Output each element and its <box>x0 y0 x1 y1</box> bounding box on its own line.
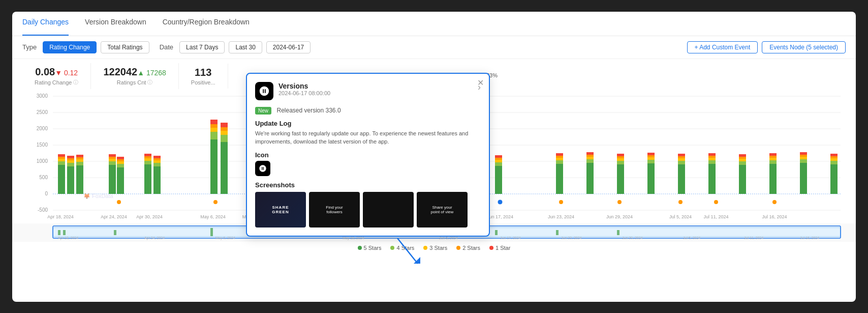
metric-label-cnt: Ratings Cnt ⓘ <box>117 79 152 86</box>
svg-rect-101 <box>556 164 563 194</box>
tab-version-breakdown[interactable]: Version Breakdown <box>85 12 146 36</box>
svg-rect-119 <box>647 155 655 157</box>
popup-screenshots-title: Screenshots <box>255 181 481 189</box>
svg-rect-140 <box>769 153 777 156</box>
svg-text:Apr 24, 2024: Apr 24, 2024 <box>144 236 165 240</box>
svg-rect-47 <box>153 163 161 166</box>
svg-rect-32 <box>109 161 116 165</box>
svg-point-168 <box>213 200 218 204</box>
tab-country-region[interactable]: Country/Region Breakdown <box>163 12 250 36</box>
svg-rect-120 <box>647 153 655 155</box>
svg-text:Jun 17, 2024: Jun 17, 2024 <box>487 214 513 219</box>
svg-rect-118 <box>647 157 655 160</box>
svg-rect-113 <box>617 158 624 161</box>
svg-rect-55 <box>210 120 218 124</box>
svg-text:-500: -500 <box>38 207 48 213</box>
metric-value-positive: 113 <box>195 67 211 78</box>
popup-header: Versions 2024-06-17 08:00:00 › <box>255 82 481 100</box>
svg-rect-115 <box>617 154 624 156</box>
svg-rect-35 <box>109 154 116 157</box>
btn-rating-change[interactable]: Rating Change <box>43 41 97 53</box>
svg-rect-149 <box>830 156 838 158</box>
svg-rect-45 <box>144 154 151 156</box>
svg-rect-134 <box>739 157 746 159</box>
metric-ratings-cnt: 122042▲ 17268 Ratings Cnt ⓘ <box>91 63 178 89</box>
popup-app-icon <box>255 82 273 100</box>
popup-date: 2024-06-17 08:00:00 <box>278 90 330 96</box>
svg-rect-34 <box>109 157 116 159</box>
svg-point-174 <box>559 200 563 204</box>
tab-daily-changes[interactable]: Daily Changes <box>22 12 69 36</box>
screenshot-2: Find yourfollowers <box>309 192 360 227</box>
btn-last7[interactable]: Last 7 Days <box>179 41 225 53</box>
metric-label-positive: Positive... <box>191 79 215 86</box>
svg-text:1000: 1000 <box>37 158 48 164</box>
svg-point-178 <box>772 200 777 204</box>
screenshot-4: Share yourpoint of view <box>417 192 468 227</box>
svg-text:Jun 29, 2024: Jun 29, 2024 <box>622 236 643 240</box>
svg-rect-105 <box>556 153 563 156</box>
legend-1star: 1 Star <box>489 245 510 251</box>
screenshot-1: SHAREGREEN <box>255 192 306 227</box>
svg-text:2000: 2000 <box>37 126 48 131</box>
popup-close-button[interactable]: ✕ <box>477 78 484 88</box>
legend-2star-label: 2 Stars <box>462 245 480 251</box>
svg-rect-24 <box>67 158 74 160</box>
svg-rect-48 <box>153 160 161 163</box>
svg-rect-131 <box>739 165 746 194</box>
svg-text:Jun 17, 2024: Jun 17, 2024 <box>500 236 521 240</box>
controls-bar: Type Rating Change Total Ratings Date La… <box>12 36 856 59</box>
svg-rect-137 <box>769 160 777 164</box>
svg-text:2500: 2500 <box>37 109 48 115</box>
svg-text:Apr 18, 2024: Apr 18, 2024 <box>47 214 74 219</box>
legend-1star-label: 1 Star <box>495 245 510 251</box>
svg-rect-133 <box>739 159 746 161</box>
svg-rect-25 <box>67 156 74 158</box>
legend-5star-label: 5 Stars <box>364 245 382 251</box>
popup-release-row: New Released version 336.0 <box>255 105 481 115</box>
svg-rect-190 <box>617 230 619 235</box>
date-label: Date <box>160 43 173 51</box>
svg-rect-100 <box>495 155 502 158</box>
popup-icon-section-title: Icon <box>255 151 481 159</box>
btn-total-ratings[interactable]: Total Ratings <box>101 41 149 53</box>
svg-point-177 <box>714 200 718 204</box>
svg-rect-143 <box>800 157 807 159</box>
btn-events-node[interactable]: Events Node (5 selected) <box>762 41 846 53</box>
svg-rect-109 <box>586 155 594 157</box>
svg-text:Jul 5, 2024: Jul 5, 2024 <box>683 236 700 240</box>
svg-rect-145 <box>800 152 807 155</box>
svg-rect-122 <box>678 161 685 164</box>
type-label: Type <box>22 43 37 51</box>
popup-arrow <box>392 236 423 266</box>
svg-rect-185 <box>210 228 213 236</box>
popup-release-text: Released version 336.0 <box>276 107 340 114</box>
metric-value-rating: 0.08▼ 0.12 <box>35 66 78 78</box>
svg-text:Apr 18, 2024: Apr 18, 2024 <box>58 236 78 240</box>
svg-rect-188 <box>495 230 498 235</box>
svg-text:Jun 23, 2024: Jun 23, 2024 <box>548 214 574 219</box>
svg-rect-132 <box>739 161 746 165</box>
svg-rect-129 <box>708 156 716 158</box>
svg-rect-59 <box>221 127 228 131</box>
svg-rect-49 <box>153 158 161 160</box>
svg-text:Jun 29, 2024: Jun 29, 2024 <box>606 214 633 219</box>
svg-rect-43 <box>144 158 151 161</box>
svg-text:Jul 5, 2024: Jul 5, 2024 <box>669 214 692 219</box>
svg-rect-19 <box>58 157 65 159</box>
svg-rect-58 <box>221 131 228 135</box>
btn-last30[interactable]: Last 30 <box>229 41 262 53</box>
metric-label-rating: Rating Change ⓘ <box>35 79 78 86</box>
svg-rect-147 <box>830 161 838 164</box>
btn-add-custom-event[interactable]: + Add Custom Event <box>687 41 758 53</box>
svg-rect-136 <box>769 164 777 194</box>
svg-point-176 <box>678 200 683 204</box>
svg-rect-116 <box>647 163 655 194</box>
tabs-bar: Daily Changes Version Breakdown Country/… <box>12 12 856 36</box>
svg-rect-135 <box>739 154 746 157</box>
svg-rect-50 <box>153 156 161 158</box>
svg-point-173 <box>498 200 503 205</box>
svg-rect-130 <box>708 153 716 156</box>
svg-rect-128 <box>708 158 716 160</box>
metric-rating-change: 0.08▼ 0.12 Rating Change ⓘ <box>22 63 91 89</box>
